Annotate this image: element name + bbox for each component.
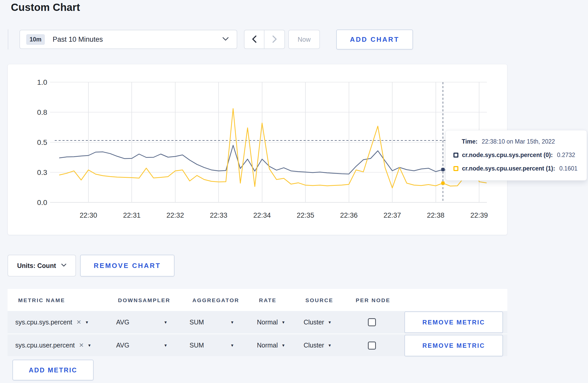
time-next-button[interactable]: [264, 30, 284, 48]
source-value: Cluster: [304, 342, 324, 349]
toolbar-left-divider: [8, 29, 8, 49]
header-aggregator: AGGREGATOR: [192, 297, 239, 303]
chevron-down-icon: [61, 263, 66, 268]
x-tick-label: 22:32: [166, 211, 184, 219]
time-prev-button[interactable]: [244, 30, 264, 48]
caret-down-icon: ▼: [328, 343, 332, 347]
page-title: Custom Chart: [11, 2, 80, 13]
header-source: SOURCE: [305, 297, 333, 303]
caret-down-icon: ▼: [164, 320, 167, 324]
time-range-select[interactable]: 10m Past 10 Minutes: [19, 30, 237, 49]
add-chart-button[interactable]: ADD CHART: [336, 30, 413, 49]
rate-select[interactable]: Normal ▼: [257, 311, 285, 334]
series-user-legend-swatch: [453, 166, 458, 171]
now-button[interactable]: Now: [288, 30, 320, 49]
aggregator-select[interactable]: SUM ▼: [190, 334, 234, 356]
x-tick-label: 22:33: [210, 211, 228, 219]
metric-name-select[interactable]: sys.cpu.user.percent ✕ ▼: [15, 334, 91, 356]
metric-name-label: sys.cpu.user.percent: [15, 342, 75, 349]
chevron-left-icon: [251, 35, 257, 44]
remove-x-icon[interactable]: ✕: [79, 342, 84, 349]
caret-down-icon: ▼: [85, 320, 89, 324]
x-tick-label: 22:35: [297, 211, 314, 219]
x-tick-label: 22:30: [80, 211, 97, 219]
remove-metric-button[interactable]: REMOVE METRIC: [404, 311, 503, 333]
hover-marker: [441, 181, 445, 185]
rate-value: Normal: [257, 318, 278, 326]
units-select-label: Units: Count: [17, 262, 56, 269]
caret-down-icon: ▼: [88, 343, 92, 347]
time-range-badge: 10m: [26, 34, 45, 45]
header-rate: RATE: [259, 297, 277, 303]
x-tick-label: 22:31: [123, 211, 141, 219]
tooltip-time-label: Time:: [462, 138, 478, 145]
series-cr.node.sys.cpu.sys.percent: [59, 145, 486, 174]
time-range-label: Past 10 Minutes: [53, 36, 103, 44]
chevron-right-icon: [272, 35, 277, 44]
header-per-node: PER NODE: [356, 297, 390, 303]
tooltip-series-sys-label: cr.node.sys.cpu.sys.percent (0):: [462, 152, 553, 159]
remove-chart-button[interactable]: REMOVE CHART: [80, 255, 174, 276]
series-sys-legend-swatch: [453, 153, 458, 158]
caret-down-icon: ▼: [230, 343, 234, 347]
x-tick-label: 22:34: [253, 211, 271, 219]
tooltip-time-value: 22:38:10 on Mar 15th, 2022: [482, 138, 555, 145]
downsampler-select[interactable]: AVG ▼: [116, 311, 167, 334]
tooltip-series-user-value: 0.1601: [559, 165, 577, 172]
remove-metric-button[interactable]: REMOVE METRIC: [404, 335, 503, 356]
time-nav-group: [244, 30, 285, 49]
tooltip-series-user-label: cr.node.sys.cpu.user.percent (1):: [462, 165, 555, 172]
aggregator-select[interactable]: SUM ▼: [190, 311, 234, 334]
source-select[interactable]: Cluster ▼: [304, 311, 332, 334]
y-tick-label: 1.0: [37, 78, 47, 86]
per-node-checkbox[interactable]: [368, 318, 376, 326]
x-tick-label: 22:38: [427, 211, 445, 219]
metrics-table: METRIC NAME DOWNSAMPLER AGGREGATOR RATE …: [8, 289, 507, 356]
metric-name-label: sys.cpu.sys.percent: [15, 318, 72, 326]
caret-down-icon: ▼: [328, 320, 332, 324]
downsampler-value: AVG: [116, 342, 129, 349]
source-value: Cluster: [304, 318, 324, 326]
series-cr.node.sys.cpu.user.percent: [59, 109, 486, 188]
metrics-chart[interactable]: 0.00.30.50.81.022:3022:3122:3222:3322:34…: [8, 64, 508, 235]
metric-row-sys: sys.cpu.sys.percent ✕ ▼ AVG ▼ SUM ▼ Norm…: [8, 311, 507, 334]
remove-x-icon[interactable]: ✕: [76, 319, 81, 326]
add-metric-button[interactable]: ADD METRIC: [12, 360, 94, 380]
caret-down-icon: ▼: [282, 320, 285, 324]
y-tick-label: 0.5: [37, 138, 47, 146]
metric-row-user: sys.cpu.user.percent ✕ ▼ AVG ▼ SUM ▼ Nor…: [8, 334, 507, 356]
y-tick-label: 0.3: [37, 168, 47, 176]
source-select[interactable]: Cluster ▼: [304, 334, 332, 356]
per-node-checkbox[interactable]: [368, 342, 376, 350]
metrics-table-header: METRIC NAME DOWNSAMPLER AGGREGATOR RATE …: [8, 289, 507, 311]
rate-value: Normal: [257, 342, 278, 349]
header-downsampler: DOWNSAMPLER: [118, 297, 170, 303]
caret-down-icon: ▼: [230, 320, 234, 324]
downsampler-value: AVG: [116, 318, 129, 326]
hover-marker: [441, 168, 445, 171]
caret-down-icon: ▼: [282, 343, 285, 347]
x-tick-label: 22:37: [383, 211, 401, 219]
y-tick-label: 0.8: [37, 108, 47, 116]
chevron-down-icon: [222, 37, 229, 42]
header-metric-name: METRIC NAME: [18, 297, 65, 303]
rate-select[interactable]: Normal ▼: [257, 334, 285, 356]
chart-tooltip: Time: 22:38:10 on Mar 15th, 2022 cr.node…: [445, 130, 587, 181]
caret-down-icon: ▼: [164, 343, 167, 347]
x-tick-label: 22:36: [340, 211, 358, 219]
units-select[interactable]: Units: Count: [8, 255, 76, 276]
x-tick-label: 22:39: [470, 211, 488, 219]
downsampler-select[interactable]: AVG ▼: [116, 334, 167, 356]
metric-name-select[interactable]: sys.cpu.sys.percent ✕ ▼: [15, 311, 89, 334]
chart-card: 0.00.30.50.81.022:3022:3122:3222:3322:34…: [8, 64, 507, 235]
y-tick-label: 0.0: [37, 198, 47, 207]
aggregator-value: SUM: [190, 342, 204, 349]
tooltip-series-sys-value: 0.2732: [557, 152, 575, 159]
aggregator-value: SUM: [190, 318, 204, 326]
